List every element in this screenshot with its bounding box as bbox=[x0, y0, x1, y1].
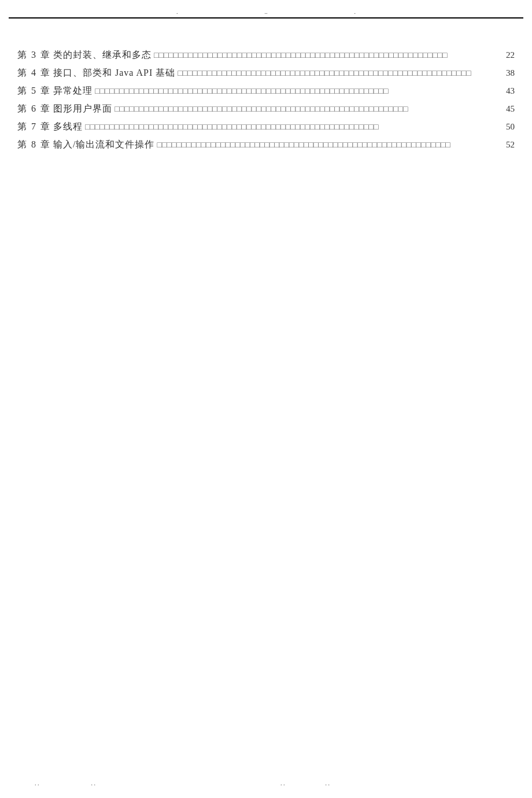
toc-chapter-label: 第 3 章 bbox=[17, 49, 51, 61]
toc-page-number: 43 bbox=[506, 86, 515, 96]
table-of-contents: 第 3 章 类的封装、继承和多态 □□□□□□□□□□□□□□□□□□□□□□□… bbox=[17, 49, 515, 157]
toc-chapter-label: 第 5 章 bbox=[17, 85, 51, 97]
toc-title: 接口、部类和 Java API 基础 bbox=[53, 67, 175, 79]
toc-chapter-label: 第 4 章 bbox=[17, 67, 51, 79]
bottom-dot: . . bbox=[35, 780, 39, 786]
toc-leader: □□□□□□□□□□□□□□□□□□□□□□□□□□□□□□□□□□□□□□□□… bbox=[178, 69, 504, 78]
toc-entry: 第 8 章 输入/输出流和文件操作 □□□□□□□□□□□□□□□□□□□□□□… bbox=[17, 139, 515, 151]
toc-entry: 第 6 章 图形用户界面 □□□□□□□□□□□□□□□□□□□□□□□□□□□… bbox=[17, 103, 515, 115]
toc-page-number: 52 bbox=[506, 140, 515, 150]
bottom-dot: . . bbox=[280, 780, 285, 786]
toc-page-number: 45 bbox=[506, 104, 515, 114]
toc-leader: □□□□□□□□□□□□□□□□□□□□□□□□□□□□□□□□□□□□□□□□… bbox=[114, 105, 504, 114]
toc-leader: □□□□□□□□□□□□□□□□□□□□□□□□□□□□□□□□□□□□□□□□… bbox=[154, 51, 504, 60]
toc-title: 输入/输出流和文件操作 bbox=[53, 139, 154, 151]
top-horizontal-rule bbox=[9, 17, 523, 19]
toc-title: 多线程 bbox=[53, 121, 83, 133]
toc-entry: 第 7 章 多线程 □□□□□□□□□□□□□□□□□□□□□□□□□□□□□□… bbox=[17, 121, 515, 133]
top-dot: .. bbox=[265, 9, 268, 15]
top-dot: . bbox=[354, 9, 356, 15]
toc-title: 图形用户界面 bbox=[53, 103, 112, 115]
toc-chapter-label: 第 8 章 bbox=[17, 139, 51, 151]
bottom-dots-row: . . . . . . . . bbox=[0, 780, 532, 786]
toc-leader: □□□□□□□□□□□□□□□□□□□□□□□□□□□□□□□□□□□□□□□□… bbox=[157, 141, 504, 150]
toc-leader: □□□□□□□□□□□□□□□□□□□□□□□□□□□□□□□□□□□□□□□□… bbox=[85, 123, 504, 132]
bottom-dot: . . bbox=[91, 780, 96, 786]
toc-title: 异常处理 bbox=[53, 85, 93, 97]
bottom-dot: . . bbox=[326, 780, 330, 786]
toc-title: 类的封装、继承和多态 bbox=[53, 49, 152, 61]
toc-entry: 第 5 章 异常处理 □□□□□□□□□□□□□□□□□□□□□□□□□□□□□… bbox=[17, 85, 515, 97]
toc-page-number: 50 bbox=[506, 122, 515, 132]
top-dot: . bbox=[176, 9, 178, 15]
toc-page-number: 38 bbox=[506, 68, 515, 78]
top-dots-row: . .. . bbox=[0, 9, 532, 15]
toc-chapter-label: 第 6 章 bbox=[17, 103, 51, 115]
toc-entry: 第 4 章 接口、部类和 Java API 基础 □□□□□□□□□□□□□□□… bbox=[17, 67, 515, 79]
toc-chapter-label: 第 7 章 bbox=[17, 121, 51, 133]
toc-page-number: 22 bbox=[506, 50, 515, 60]
toc-leader: □□□□□□□□□□□□□□□□□□□□□□□□□□□□□□□□□□□□□□□□… bbox=[95, 87, 504, 96]
toc-entry: 第 3 章 类的封装、继承和多态 □□□□□□□□□□□□□□□□□□□□□□□… bbox=[17, 49, 515, 61]
